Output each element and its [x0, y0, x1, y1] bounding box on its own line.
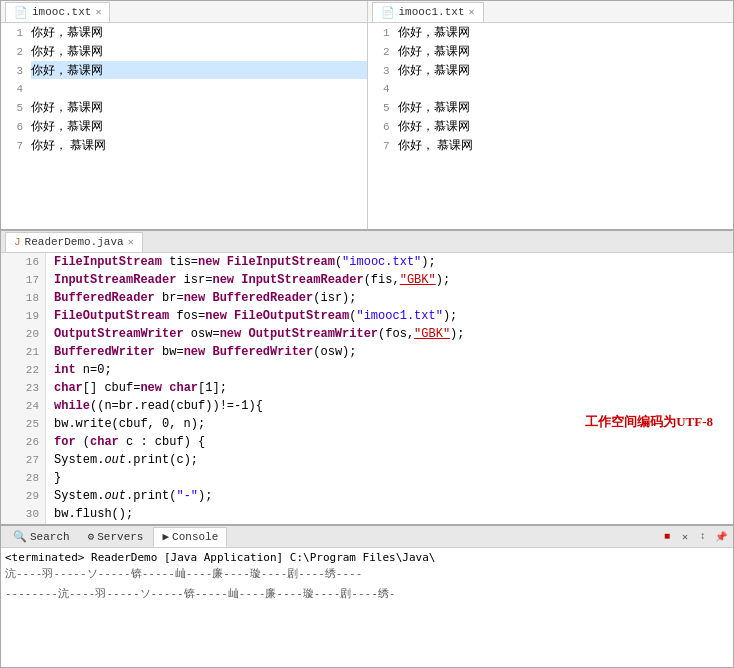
- line-number: 25: [1, 415, 46, 433]
- tab-close-icon-main[interactable]: ✕: [128, 236, 134, 248]
- line-content: 你好，慕课网: [398, 61, 734, 79]
- console-panel: 🔍 Search ⚙ Servers ▶ Console ■ ✕ ↕ 📌 <te…: [1, 526, 733, 667]
- search-tab-icon: 🔍: [13, 530, 27, 543]
- table-row: 4: [368, 80, 734, 98]
- java-file-icon: J: [14, 236, 21, 248]
- tab-label-1: imooc1.txt: [399, 6, 465, 18]
- table-row: 22int n=0;: [1, 361, 733, 379]
- line-number: 5: [368, 99, 398, 117]
- line-content: FileInputStream tis=new FileInputStream(…: [46, 253, 733, 271]
- line-content: }: [46, 469, 733, 487]
- tab-reader-demo[interactable]: J ReaderDemo.java ✕: [5, 232, 143, 252]
- line-number: 19: [1, 307, 46, 325]
- servers-tab[interactable]: ⚙ Servers: [80, 527, 152, 547]
- line-content: }: [46, 523, 733, 524]
- line-content: for (char c : cbuf) {: [46, 433, 733, 451]
- file-icon-1: 📄: [381, 6, 395, 19]
- table-row: 18BufferedReader br=new BufferedReader(i…: [1, 289, 733, 307]
- line-number: 20: [1, 325, 46, 343]
- console-output: <terminated> ReaderDemo [Java Applicatio…: [1, 548, 733, 667]
- table-row: 21BufferedWriter bw=new BufferedWriter(o…: [1, 343, 733, 361]
- line-number: 6: [368, 118, 398, 136]
- top-editors: 📄 imooc.txt ✕ 1你好，慕课网2你好，慕课网3你好，慕课网45你好，…: [1, 1, 733, 231]
- scroll-lock-icon[interactable]: ↕: [695, 529, 711, 545]
- table-row: 17InputStreamReader isr=new InputStreamR…: [1, 271, 733, 289]
- table-row: 19FileOutputStream fos=new FileOutputStr…: [1, 307, 733, 325]
- servers-tab-icon: ⚙: [88, 530, 95, 543]
- line-number: 26: [1, 433, 46, 451]
- table-row: 20OutputStreamWriter osw=new OutputStrea…: [1, 325, 733, 343]
- line-number: 5: [1, 99, 31, 117]
- search-tab[interactable]: 🔍 Search: [5, 527, 78, 547]
- line-number: 21: [1, 343, 46, 361]
- tab-close-icon-1[interactable]: ✕: [469, 6, 475, 18]
- editor-imooc-txt: 📄 imooc.txt ✕ 1你好，慕课网2你好，慕课网3你好，慕课网45你好，…: [1, 1, 368, 229]
- tab-bar-imooc: 📄 imooc.txt ✕: [1, 1, 367, 23]
- line-number: 27: [1, 451, 46, 469]
- table-row: 31}: [1, 523, 733, 524]
- line-content: System.out.print("-");: [46, 487, 733, 505]
- line-number: 6: [1, 118, 31, 136]
- table-row: 1你好，慕课网: [368, 23, 734, 42]
- line-content: OutputStreamWriter osw=new OutputStreamW…: [46, 325, 733, 343]
- console-line: --------沆----羽-----ソ-----锛-----屾----廉---…: [5, 586, 729, 602]
- line-number: 16: [1, 253, 46, 271]
- line-number: 2: [368, 43, 398, 61]
- line-number: 28: [1, 469, 46, 487]
- line-number: 7: [1, 137, 31, 155]
- line-number: 29: [1, 487, 46, 505]
- table-row: 16FileInputStream tis=new FileInputStrea…: [1, 253, 733, 271]
- line-content: 你好，慕课网: [398, 117, 734, 135]
- console-line: 沆----羽-----ソ-----锛-----屾----廉----璇----剧-…: [5, 566, 729, 582]
- line-number: 4: [368, 80, 398, 98]
- line-number: 30: [1, 505, 46, 523]
- line-content: 你好，慕课网: [31, 117, 367, 135]
- tab-label-main: ReaderDemo.java: [25, 236, 124, 248]
- table-row: 6你好，慕课网: [368, 117, 734, 136]
- tab-imooc-txt[interactable]: 📄 imooc.txt ✕: [5, 2, 110, 22]
- main-editor: J ReaderDemo.java ✕ 16FileInputStream ti…: [1, 231, 733, 526]
- table-row: 3你好，慕课网: [1, 61, 367, 80]
- line-content: System.out.print(c);: [46, 451, 733, 469]
- editor-content-imooc1[interactable]: 1你好，慕课网2你好，慕课网3你好，慕课网45你好，慕课网6你好，慕课网7你好，…: [368, 23, 734, 229]
- console-icons-group: ■ ✕ ↕ 📌: [659, 529, 729, 545]
- tab-close-icon[interactable]: ✕: [95, 6, 101, 18]
- line-content: 你好，慕课网: [31, 98, 367, 116]
- line-number: 31: [1, 523, 46, 524]
- table-row: 26 for (char c : cbuf) {: [1, 433, 733, 451]
- line-content: 你好， 慕课网: [398, 136, 734, 154]
- console-line: <terminated> ReaderDemo [Java Applicatio…: [5, 550, 729, 566]
- main-tab-bar: J ReaderDemo.java ✕: [1, 231, 733, 253]
- line-content: char[] cbuf=new char[1];: [46, 379, 733, 397]
- table-row: 5你好，慕课网: [368, 98, 734, 117]
- main-editor-content[interactable]: 16FileInputStream tis=new FileInputStrea…: [1, 253, 733, 524]
- console-tab-bar: 🔍 Search ⚙ Servers ▶ Console ■ ✕ ↕ 📌: [1, 526, 733, 548]
- console-tab-item[interactable]: ▶ Console: [153, 527, 227, 547]
- ide-window: 📄 imooc.txt ✕ 1你好，慕课网2你好，慕课网3你好，慕课网45你好，…: [0, 0, 734, 668]
- search-tab-label: Search: [30, 531, 70, 543]
- tab-label: imooc.txt: [32, 6, 91, 18]
- line-number: 23: [1, 379, 46, 397]
- table-row: 29 System.out.print("-");: [1, 487, 733, 505]
- table-row: 23char[] cbuf=new char[1];: [1, 379, 733, 397]
- table-row: 5你好，慕课网: [1, 98, 367, 117]
- line-content: 你好，慕课网: [31, 61, 367, 79]
- line-number: 17: [1, 271, 46, 289]
- editor-content-imooc[interactable]: 1你好，慕课网2你好，慕课网3你好，慕课网45你好，慕课网6你好，慕课网7你好，…: [1, 23, 367, 229]
- line-content: 你好，慕课网: [398, 23, 734, 41]
- line-content: 你好，慕课网: [31, 42, 367, 60]
- line-number: 24: [1, 397, 46, 415]
- table-row: 30 bw.flush();: [1, 505, 733, 523]
- line-number: 1: [1, 24, 31, 42]
- line-content: BufferedWriter bw=new BufferedWriter(osw…: [46, 343, 733, 361]
- stop-icon[interactable]: ■: [659, 529, 675, 545]
- table-row: 6你好，慕课网: [1, 117, 367, 136]
- table-row: 28 }: [1, 469, 733, 487]
- pin-icon[interactable]: 📌: [713, 529, 729, 545]
- workspace-note: 工作空间编码为UTF-8: [585, 413, 713, 431]
- line-content: bw.flush();: [46, 505, 733, 523]
- line-number: 4: [1, 80, 31, 98]
- close-console-icon[interactable]: ✕: [677, 529, 693, 545]
- line-number: 3: [1, 62, 31, 80]
- tab-imooc1-txt[interactable]: 📄 imooc1.txt ✕: [372, 2, 484, 22]
